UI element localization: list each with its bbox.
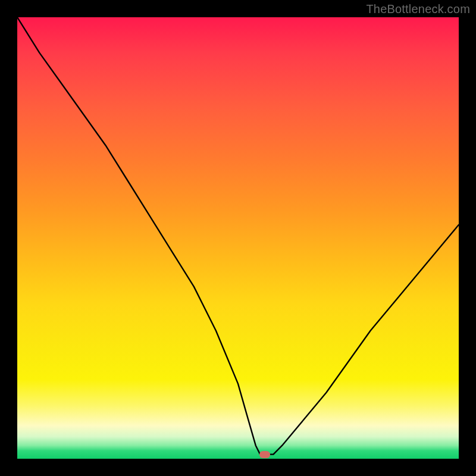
bottleneck-curve bbox=[17, 17, 459, 459]
watermark-text: TheBottleneck.com bbox=[366, 2, 470, 16]
optimal-point-marker bbox=[259, 451, 270, 458]
plot-area bbox=[17, 17, 459, 459]
chart-stage: TheBottleneck.com bbox=[0, 0, 476, 476]
